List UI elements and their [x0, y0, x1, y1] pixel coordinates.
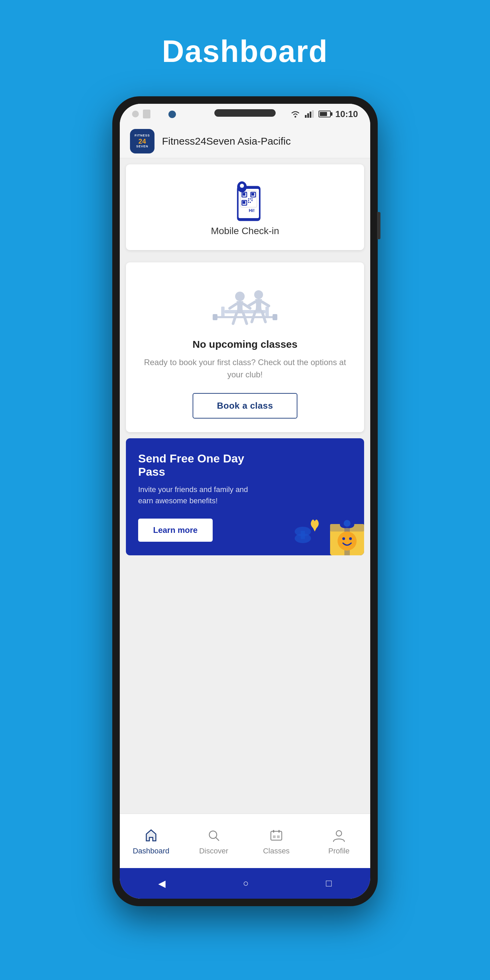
phone-speaker	[215, 109, 275, 117]
bottom-nav: Dashboard Discover	[120, 814, 370, 868]
classes-illustration	[204, 276, 286, 331]
logo-seven-text: SEVEN	[134, 145, 150, 148]
svg-rect-11	[251, 193, 254, 196]
book-class-button[interactable]: Book a class	[192, 393, 298, 418]
svg-point-23	[240, 184, 244, 188]
android-recent-button[interactable]: □	[326, 878, 332, 889]
nav-item-classes[interactable]: Classes	[245, 827, 308, 856]
svg-point-31	[254, 290, 263, 299]
svg-rect-15	[250, 198, 251, 199]
svg-rect-3	[310, 111, 311, 118]
svg-point-44	[349, 537, 352, 540]
classes-subtitle: Ready to book your first class? Check ou…	[136, 356, 354, 381]
classes-card: No upcoming classes Ready to book your f…	[126, 262, 364, 432]
svg-rect-19	[248, 202, 249, 203]
svg-rect-20	[250, 202, 251, 203]
svg-rect-17	[248, 200, 249, 201]
classes-title: No upcoming classes	[192, 339, 298, 350]
profile-icon	[331, 827, 347, 844]
status-sim-icon	[143, 110, 150, 118]
svg-rect-2	[307, 113, 309, 118]
wifi-icon	[291, 110, 300, 118]
app-logo: FITNESS 24 SEVEN	[130, 129, 154, 153]
logo-24: 24	[134, 137, 150, 145]
nav-item-discover[interactable]: Discover	[182, 827, 245, 856]
status-dot	[132, 111, 139, 118]
status-time: 10:10	[336, 109, 358, 119]
checkin-card[interactable]: Hi! Mobile Check-in	[126, 164, 364, 250]
svg-rect-34	[301, 531, 305, 539]
svg-rect-25	[221, 307, 224, 317]
status-right: 10:10	[291, 109, 358, 119]
app-header: FITNESS 24 SEVEN Fitness24Seven Asia-Pac…	[120, 124, 370, 158]
svg-rect-18	[251, 200, 253, 201]
svg-point-43	[342, 537, 345, 540]
svg-rect-9	[243, 193, 245, 196]
classes-icon	[268, 827, 285, 844]
android-back-button[interactable]: ◀	[158, 878, 166, 889]
learn-more-button[interactable]: Learn more	[138, 519, 213, 542]
svg-rect-26	[266, 307, 269, 317]
svg-rect-16	[251, 198, 253, 199]
nav-item-profile[interactable]: Profile	[308, 827, 370, 856]
svg-rect-1	[305, 115, 307, 118]
battery-icon	[318, 111, 331, 118]
status-left	[132, 110, 150, 118]
svg-rect-28	[213, 314, 218, 320]
classes-nav-label: Classes	[263, 846, 290, 856]
screen-content[interactable]: Hi! Mobile Check-in	[120, 158, 370, 814]
svg-rect-50	[277, 835, 280, 838]
discover-icon	[205, 827, 222, 844]
phone-shell: 10:10 FITNESS 24 SEVEN Fitness24Seven As…	[112, 96, 378, 906]
phone-camera	[169, 111, 176, 118]
checkin-illustration: Hi!	[223, 181, 267, 226]
promo-subtitle: Invite your friends and family and earn …	[138, 484, 254, 506]
svg-point-41	[344, 520, 350, 527]
page-title: Dashboard	[162, 34, 328, 69]
svg-point-42	[337, 531, 356, 550]
app-header-title: Fitness24Seven Asia-Pacific	[162, 135, 291, 147]
svg-point-0	[294, 116, 296, 118]
svg-rect-4	[312, 110, 314, 118]
android-home-button[interactable]: ○	[243, 878, 249, 889]
discover-nav-label: Discover	[199, 846, 228, 856]
phone-volume-button	[377, 212, 380, 239]
svg-rect-46	[271, 831, 282, 840]
logo-fitness-text: FITNESS	[134, 134, 150, 137]
svg-rect-29	[272, 314, 277, 320]
svg-rect-47	[273, 830, 274, 833]
svg-point-30	[235, 292, 245, 301]
svg-rect-14	[248, 198, 249, 199]
svg-rect-13	[243, 201, 245, 204]
nav-item-dashboard[interactable]: Dashboard	[120, 827, 182, 856]
svg-text:Hi!: Hi!	[249, 208, 255, 213]
signal-icon	[305, 110, 314, 118]
dashboard-nav-label: Dashboard	[133, 846, 169, 856]
phone-screen: 10:10 FITNESS 24 SEVEN Fitness24Seven As…	[120, 104, 370, 899]
promo-title: Send Free One Day Pass	[138, 452, 254, 479]
checkin-label: Mobile Check-in	[211, 226, 279, 237]
profile-nav-label: Profile	[328, 846, 350, 856]
svg-rect-49	[273, 835, 275, 838]
android-nav-bar: ◀ ○ □	[120, 868, 370, 899]
dashboard-icon	[143, 827, 159, 844]
svg-point-51	[336, 830, 342, 836]
promo-illustration	[286, 484, 364, 555]
promo-card: Send Free One Day Pass Invite your frien…	[126, 438, 364, 555]
svg-rect-48	[278, 830, 280, 833]
